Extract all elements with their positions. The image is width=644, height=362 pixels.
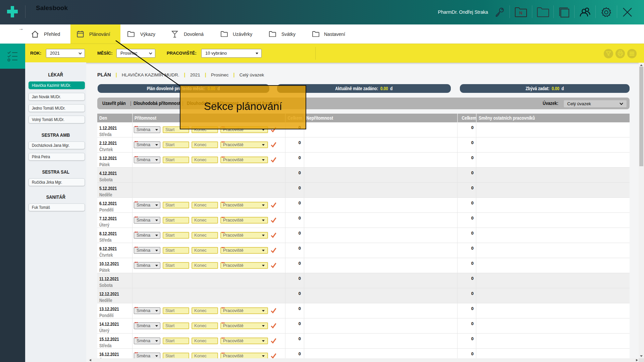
svg-text:N: N: [519, 10, 522, 15]
